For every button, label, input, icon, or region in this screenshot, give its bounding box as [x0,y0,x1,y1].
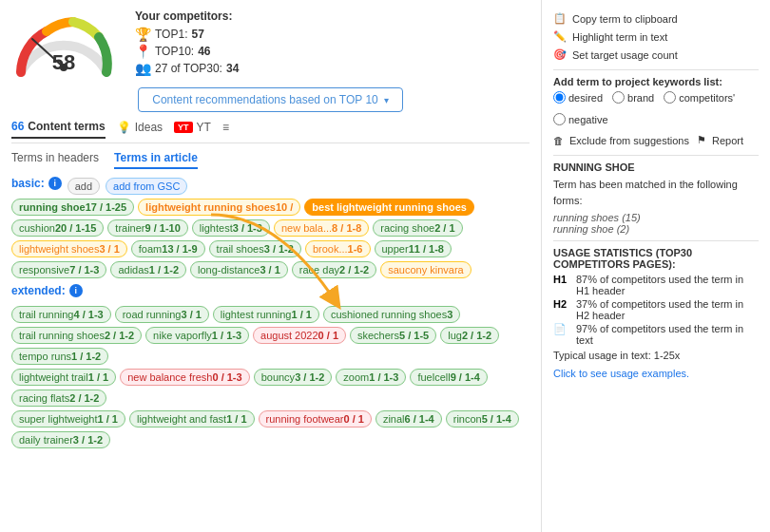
radio-competitors[interactable]: competitors' [664,91,735,104]
tag-bouncy[interactable]: bouncy 3 / 1-2 [254,369,333,386]
tag-trainer[interactable]: trainer 9 / 1-10 [107,219,188,237]
tag-long-distance[interactable]: long-distance 3 / 1 [190,261,288,278]
basic-info-icon[interactable]: i [48,177,62,190]
tag-racing-shoe[interactable]: racing shoe 2 / 1 [373,219,462,237]
sub-tabs: Terms in headers Terms in article [11,151,529,169]
tag-responsive[interactable]: responsive 7 / 1-3 [11,261,106,278]
extended-tags-row4: super lightweight 1 / 1 lightweight and … [11,410,529,448]
tag-rincon[interactable]: rincon 5 / 1-4 [446,410,519,428]
tag-trail-shoes[interactable]: trail shoes 3 / 1-2 [209,240,301,257]
tag-foam[interactable]: foam 13 / 1-9 [131,240,205,257]
stat-h1: H1 87% of competitors used the term in H… [553,274,759,296]
basic-tags-row3: lightweight shoes 3 / 1 foam 13 / 1-9 tr… [11,240,529,257]
tab-yt[interactable]: YT YT [174,121,211,138]
top10-icon: 📍 [135,44,151,59]
add-from-gsc-button[interactable]: add from GSC [106,178,187,195]
tag-best-lightweight-running-shoes[interactable]: best lightweight running shoes [304,199,474,216]
tag-fuelcell[interactable]: fuelcell 9 / 1-4 [410,369,487,386]
tag-running-footwear[interactable]: running footwear 0 / 1 [259,410,372,428]
tag-august-2022[interactable]: august 2022 0 / 1 [253,327,346,344]
tag-racing-flats[interactable]: racing flats 2 / 1-2 [11,390,106,407]
tag-trail-running-shoes[interactable]: trail running shoes 2 / 1-2 [11,327,142,344]
tag-lightweight-and-fast[interactable]: lightweight and fast 1 / 1 [129,410,255,428]
term-title: RUNNING SHOE [553,162,759,173]
h2-label: H2 [553,298,572,310]
highlight-term-action[interactable]: ✏️ Highlight term in text [553,28,759,46]
content-terms-label: Content terms [28,120,105,133]
tag-new-balance[interactable]: new bala... 8 / 1-8 [274,219,369,237]
tag-lightest-running[interactable]: lightest running 1 / 1 [213,306,319,323]
radio-options: desired brand competitors' negative [553,91,759,125]
tab-filter[interactable]: ≡ [222,121,229,138]
tag-saucony-kinvara[interactable]: saucony kinvara [380,261,472,278]
copy-term-label: Copy term to clipboard [572,13,678,25]
add-tag-button[interactable]: add [67,178,100,195]
extended-tags-row3: lightweight trail 1 / 1 new balance fres… [11,369,529,407]
top30-value: 34 [226,62,239,75]
divider-3 [553,240,759,241]
tag-running-shoe[interactable]: running shoe 17 / 1-25 [11,199,134,216]
tag-skechers[interactable]: skechers 5 / 1-5 [350,327,436,344]
dropdown-label: Content recommendations based on TOP 10 [152,93,378,106]
tag-brook[interactable]: brook... 1-6 [305,240,371,257]
tag-lug[interactable]: lug 2 / 1-2 [440,327,499,344]
click-examples-link[interactable]: Click to see usage examples. [553,368,759,379]
h1-label: H1 [553,274,572,285]
basic-section: basic: i add add from GSC running shoe 1… [11,177,529,278]
tab-ideas[interactable]: 💡 Ideas [117,121,163,138]
dropdown-arrow: ▾ [384,95,389,105]
radio-desired[interactable]: desired [553,91,603,104]
top30-icon: 👥 [135,61,151,76]
competitors-box: Your competitors: 🏆 TOP1: 57 📍 TOP10: 46… [135,10,239,78]
set-target-action[interactable]: 🎯 Set target usage count [553,46,759,64]
tag-adidas[interactable]: adidas 1 / 1-2 [110,261,186,278]
sub-tab-headers[interactable]: Terms in headers [11,151,99,169]
tag-race-day[interactable]: race day 2 / 1-2 [292,261,376,278]
tag-lightweight-trail[interactable]: lightweight trail 1 / 1 [11,369,116,386]
basic-tags-row2: cushion 20 / 1-15 trainer 9 / 1-10 light… [11,219,529,237]
ideas-label: Ideas [135,121,163,134]
tag-zinal[interactable]: zinal 6 / 1-4 [375,410,442,428]
highlight-term-label: Highlight term in text [572,31,667,43]
sub-tab-article[interactable]: Terms in article [114,151,198,169]
tag-cushion[interactable]: cushion 20 / 1-15 [11,219,104,237]
typical-usage: Typical usage in text: 1-25x [553,348,759,364]
add-to-project-title: Add term to project keywords list: [553,76,759,87]
tag-cushioned-running-shoes[interactable]: cushioned running shoes 3 [323,306,460,323]
tag-road-running[interactable]: road running 3 / 1 [115,306,209,323]
tag-zoom[interactable]: zoom 1 / 1-3 [336,369,406,386]
top30-label: 27 of TOP30: [155,62,222,75]
score-value: 58 [52,50,75,75]
tag-upper[interactable]: upper 11 / 1-8 [375,240,452,257]
tag-trail-running[interactable]: trail running 4 / 1-3 [11,306,111,323]
tag-lightest[interactable]: lightest 3 / 1-3 [192,219,270,237]
top1-value: 57 [191,28,203,41]
tag-lightweight-running-shoes[interactable]: lightweight running shoes 10 / [138,199,300,216]
top10-value: 46 [198,45,210,58]
top1-label: TOP1: [155,28,187,41]
tag-lightweight-shoes[interactable]: lightweight shoes 3 / 1 [11,240,127,257]
tag-new-balance-fresh[interactable]: new balance fresh 0 / 1-3 [120,369,249,386]
recommendations-dropdown[interactable]: Content recommendations based on TOP 10 … [138,87,403,112]
matched-text: Term has been matched in the following f… [553,177,759,208]
tag-super-lightweight[interactable]: super lightweight 1 / 1 [11,410,125,428]
tag-tempo-runs[interactable]: tempo runs 1 / 1-2 [11,348,108,365]
exclude-suggestions-button[interactable]: 🗑 Exclude from suggestions [553,131,689,149]
top10-label: TOP10: [155,45,194,58]
competitors-title: Your competitors: [135,10,239,23]
extended-info-icon[interactable]: i [69,284,83,297]
radio-negative[interactable]: negative [553,113,608,125]
copy-term-action[interactable]: 📋 Copy term to clipboard [553,10,759,28]
tag-nike-vaporfly[interactable]: nike vaporfly 1 / 1-3 [145,327,249,344]
tab-content-terms[interactable]: 66 Content terms [11,120,106,139]
top1-icon: 🏆 [135,27,151,42]
radio-brand[interactable]: brand [612,91,654,104]
extended-label: extended: i [11,284,83,297]
highlight-icon: ✏️ [553,30,567,43]
exclude-label: Exclude from suggestions [569,135,689,146]
tag-daily-trainer[interactable]: daily trainer 3 / 1-2 [11,431,110,448]
right-panel: 📋 Copy term to clipboard ✏️ Highlight te… [542,0,770,532]
form-running-shoe: running shoe (2) [553,223,759,235]
report-button[interactable]: ⚑ Report [697,131,743,149]
text-stat-label: 📄 [553,323,572,335]
